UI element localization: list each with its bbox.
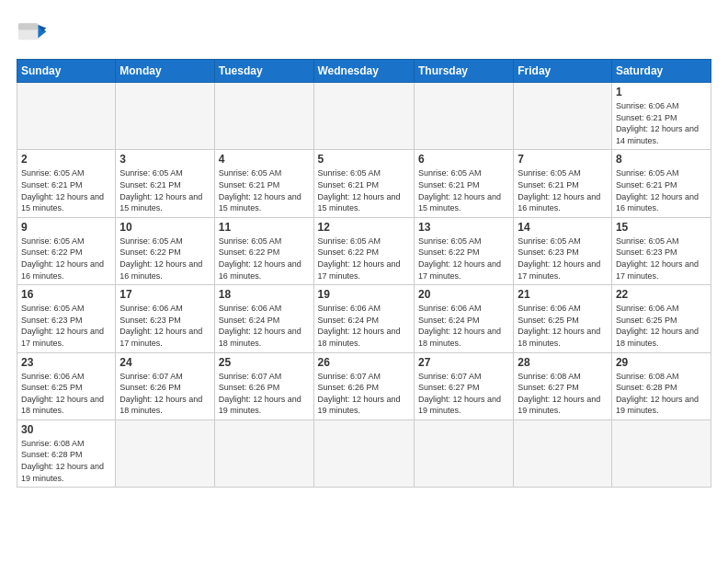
calendar-day-cell: 27Sunrise: 6:07 AM Sunset: 6:27 PM Dayli… <box>414 352 513 419</box>
day-number: 13 <box>418 221 509 234</box>
day-info: Sunrise: 6:06 AM Sunset: 6:25 PM Dayligh… <box>616 303 707 349</box>
day-number: 9 <box>21 221 111 234</box>
day-info: Sunrise: 6:06 AM Sunset: 6:24 PM Dayligh… <box>219 303 310 349</box>
logo-icon <box>17 17 50 50</box>
day-number: 20 <box>418 288 509 301</box>
day-info: Sunrise: 6:06 AM Sunset: 6:25 PM Dayligh… <box>21 371 111 417</box>
logo <box>17 17 55 50</box>
header <box>17 17 711 50</box>
day-info: Sunrise: 6:06 AM Sunset: 6:24 PM Dayligh… <box>418 303 509 349</box>
day-info: Sunrise: 6:06 AM Sunset: 6:21 PM Dayligh… <box>616 100 707 146</box>
calendar-day-cell <box>116 83 214 150</box>
calendar-day-cell: 19Sunrise: 6:06 AM Sunset: 6:24 PM Dayli… <box>313 285 414 352</box>
day-info: Sunrise: 6:07 AM Sunset: 6:26 PM Dayligh… <box>119 371 210 417</box>
day-info: Sunrise: 6:05 AM Sunset: 6:22 PM Dayligh… <box>21 236 111 282</box>
page: SundayMondayTuesdayWednesdayThursdayFrid… <box>0 0 728 563</box>
calendar-day-cell <box>214 83 313 150</box>
day-of-week-header: Thursday <box>414 60 513 83</box>
day-number: 29 <box>616 356 707 369</box>
day-info: Sunrise: 6:05 AM Sunset: 6:23 PM Dayligh… <box>21 303 111 349</box>
calendar-day-cell: 7Sunrise: 6:05 AM Sunset: 6:21 PM Daylig… <box>514 150 612 217</box>
calendar-day-cell: 25Sunrise: 6:07 AM Sunset: 6:26 PM Dayli… <box>214 352 313 419</box>
day-info: Sunrise: 6:05 AM Sunset: 6:21 PM Dayligh… <box>616 167 707 213</box>
day-of-week-header: Monday <box>116 60 214 83</box>
calendar-day-cell <box>414 83 513 150</box>
day-of-week-header: Tuesday <box>214 60 313 83</box>
day-number: 21 <box>518 288 608 301</box>
day-number: 3 <box>119 153 210 166</box>
calendar-day-cell <box>17 83 116 150</box>
calendar-day-cell <box>514 419 612 487</box>
calendar-day-cell: 23Sunrise: 6:06 AM Sunset: 6:25 PM Dayli… <box>17 352 116 419</box>
calendar-week-row: 2Sunrise: 6:05 AM Sunset: 6:21 PM Daylig… <box>17 150 711 217</box>
day-number: 1 <box>616 86 707 98</box>
day-number: 30 <box>21 423 111 436</box>
day-number: 14 <box>518 221 608 234</box>
day-info: Sunrise: 6:07 AM Sunset: 6:26 PM Dayligh… <box>219 371 310 417</box>
calendar-day-cell: 26Sunrise: 6:07 AM Sunset: 6:26 PM Dayli… <box>313 352 414 419</box>
calendar-day-cell: 18Sunrise: 6:06 AM Sunset: 6:24 PM Dayli… <box>214 285 313 352</box>
day-number: 7 <box>518 153 608 166</box>
day-of-week-header: Sunday <box>17 60 116 83</box>
day-number: 15 <box>616 221 707 234</box>
calendar-day-cell <box>313 83 414 150</box>
svg-rect-1 <box>18 23 39 29</box>
calendar-day-cell: 2Sunrise: 6:05 AM Sunset: 6:21 PM Daylig… <box>17 150 116 217</box>
calendar-day-cell: 1Sunrise: 6:06 AM Sunset: 6:21 PM Daylig… <box>611 83 711 150</box>
day-number: 28 <box>518 356 608 369</box>
calendar-day-cell: 12Sunrise: 6:05 AM Sunset: 6:22 PM Dayli… <box>313 217 414 284</box>
day-number: 4 <box>219 153 310 166</box>
day-info: Sunrise: 6:05 AM Sunset: 6:21 PM Dayligh… <box>119 167 210 213</box>
day-number: 10 <box>119 221 210 234</box>
day-number: 16 <box>21 288 111 301</box>
calendar-day-cell: 10Sunrise: 6:05 AM Sunset: 6:22 PM Dayli… <box>116 217 214 284</box>
calendar-day-cell: 22Sunrise: 6:06 AM Sunset: 6:25 PM Dayli… <box>611 285 711 352</box>
day-info: Sunrise: 6:05 AM Sunset: 6:21 PM Dayligh… <box>318 167 410 213</box>
day-info: Sunrise: 6:05 AM Sunset: 6:22 PM Dayligh… <box>418 236 509 282</box>
calendar-day-cell: 21Sunrise: 6:06 AM Sunset: 6:25 PM Dayli… <box>514 285 612 352</box>
day-of-week-header: Saturday <box>611 60 711 83</box>
calendar-day-cell <box>514 83 612 150</box>
calendar-day-cell: 9Sunrise: 6:05 AM Sunset: 6:22 PM Daylig… <box>17 217 116 284</box>
calendar-week-row: 16Sunrise: 6:05 AM Sunset: 6:23 PM Dayli… <box>17 285 711 352</box>
calendar-week-row: 9Sunrise: 6:05 AM Sunset: 6:22 PM Daylig… <box>17 217 711 284</box>
calendar-header-row: SundayMondayTuesdayWednesdayThursdayFrid… <box>17 60 711 83</box>
day-info: Sunrise: 6:07 AM Sunset: 6:26 PM Dayligh… <box>318 371 410 417</box>
day-info: Sunrise: 6:06 AM Sunset: 6:25 PM Dayligh… <box>518 303 608 349</box>
day-info: Sunrise: 6:08 AM Sunset: 6:27 PM Dayligh… <box>518 371 608 417</box>
calendar-day-cell: 11Sunrise: 6:05 AM Sunset: 6:22 PM Dayli… <box>214 217 313 284</box>
calendar-day-cell: 16Sunrise: 6:05 AM Sunset: 6:23 PM Dayli… <box>17 285 116 352</box>
day-number: 12 <box>318 221 410 234</box>
calendar-day-cell: 13Sunrise: 6:05 AM Sunset: 6:22 PM Dayli… <box>414 217 513 284</box>
calendar-day-cell: 28Sunrise: 6:08 AM Sunset: 6:27 PM Dayli… <box>514 352 612 419</box>
day-number: 2 <box>21 153 111 166</box>
calendar-day-cell: 4Sunrise: 6:05 AM Sunset: 6:21 PM Daylig… <box>214 150 313 217</box>
calendar-day-cell <box>214 419 313 487</box>
day-number: 24 <box>119 356 210 369</box>
calendar-day-cell: 8Sunrise: 6:05 AM Sunset: 6:21 PM Daylig… <box>611 150 711 217</box>
calendar-week-row: 30Sunrise: 6:08 AM Sunset: 6:28 PM Dayli… <box>17 419 711 487</box>
calendar-day-cell: 20Sunrise: 6:06 AM Sunset: 6:24 PM Dayli… <box>414 285 513 352</box>
calendar-day-cell: 29Sunrise: 6:08 AM Sunset: 6:28 PM Dayli… <box>611 352 711 419</box>
calendar-day-cell: 30Sunrise: 6:08 AM Sunset: 6:28 PM Dayli… <box>17 419 116 487</box>
day-number: 25 <box>219 356 310 369</box>
day-info: Sunrise: 6:05 AM Sunset: 6:21 PM Dayligh… <box>21 167 111 213</box>
day-number: 27 <box>418 356 509 369</box>
day-number: 6 <box>418 153 509 166</box>
day-number: 8 <box>616 153 707 166</box>
day-number: 23 <box>21 356 111 369</box>
calendar-week-row: 23Sunrise: 6:06 AM Sunset: 6:25 PM Dayli… <box>17 352 711 419</box>
day-info: Sunrise: 6:05 AM Sunset: 6:22 PM Dayligh… <box>119 236 210 282</box>
day-info: Sunrise: 6:08 AM Sunset: 6:28 PM Dayligh… <box>21 438 111 484</box>
calendar-day-cell: 17Sunrise: 6:06 AM Sunset: 6:23 PM Dayli… <box>116 285 214 352</box>
day-info: Sunrise: 6:05 AM Sunset: 6:22 PM Dayligh… <box>318 236 410 282</box>
day-number: 19 <box>318 288 410 301</box>
day-info: Sunrise: 6:05 AM Sunset: 6:23 PM Dayligh… <box>518 236 608 282</box>
day-info: Sunrise: 6:06 AM Sunset: 6:24 PM Dayligh… <box>318 303 410 349</box>
day-info: Sunrise: 6:05 AM Sunset: 6:21 PM Dayligh… <box>518 167 608 213</box>
calendar-day-cell: 24Sunrise: 6:07 AM Sunset: 6:26 PM Dayli… <box>116 352 214 419</box>
calendar-day-cell <box>116 419 214 487</box>
calendar-week-row: 1Sunrise: 6:06 AM Sunset: 6:21 PM Daylig… <box>17 83 711 150</box>
calendar-day-cell: 3Sunrise: 6:05 AM Sunset: 6:21 PM Daylig… <box>116 150 214 217</box>
calendar-day-cell: 14Sunrise: 6:05 AM Sunset: 6:23 PM Dayli… <box>514 217 612 284</box>
